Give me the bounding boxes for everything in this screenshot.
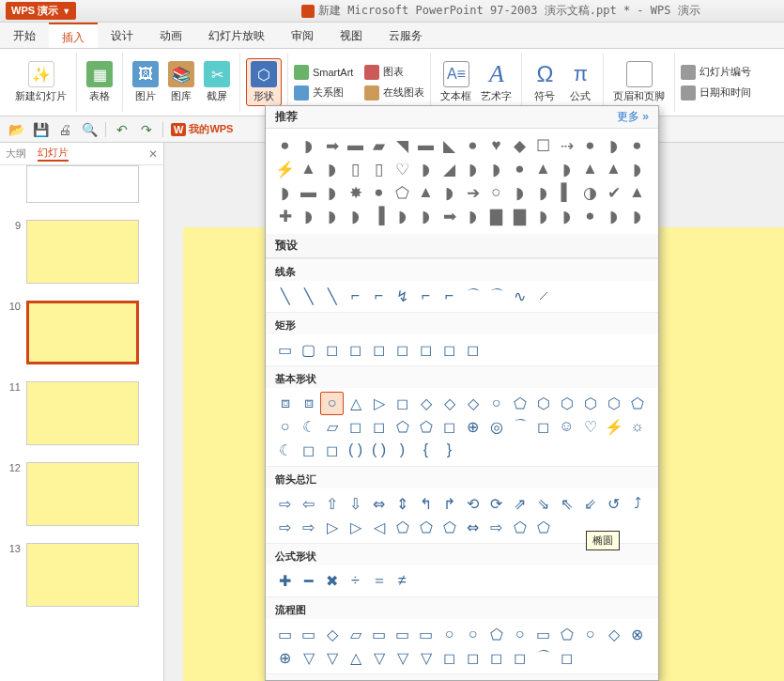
print-icon[interactable]: 🖨 [56,121,73,138]
preset-shape[interactable]: ◻ [320,439,344,462]
preset-shape[interactable]: ☾ [297,415,320,439]
slide-thumb[interactable] [26,165,139,203]
preset-shape[interactable]: { [414,439,438,462]
preset-shape[interactable]: ✖ [320,569,344,593]
equation-button[interactable]: π公式 [563,59,597,105]
recommend-shape[interactable]: ✔ [602,181,625,205]
preset-shape[interactable]: ▭ [531,623,555,646]
preset-shape[interactable]: ◻ [461,338,484,362]
recommend-shape[interactable]: ◗ [531,205,555,228]
new-slide-button[interactable]: ✨ 新建幻灯片 [11,59,70,105]
preset-shape[interactable]: ▭ [273,338,297,362]
preset-shape[interactable]: ⌒ [484,285,508,308]
preset-shape[interactable]: ⇙ [578,492,602,516]
relation-button[interactable]: 关系图 [294,85,353,101]
preset-shape[interactable]: ⌐ [414,285,438,308]
preset-shape[interactable]: ( ) [367,439,391,462]
preset-shape[interactable]: ◻ [555,646,578,670]
tab-animation[interactable]: 动画 [146,23,195,48]
recommend-shape[interactable]: ● [367,181,391,205]
preset-shape[interactable]: ━ [297,569,320,593]
preset-shape[interactable]: ▭ [297,623,320,646]
preset-shape[interactable]: ⬠ [555,623,578,646]
preset-shape[interactable]: ◇ [320,623,344,646]
preset-shape[interactable]: ⇨ [273,516,297,539]
preset-shape[interactable]: ○ [320,392,344,415]
preset-shape[interactable]: ╲ [320,285,344,308]
recommend-shape[interactable]: ◗ [508,181,531,205]
my-wps-button[interactable]: W我的WPS [171,122,233,136]
preset-shape[interactable]: ◎ [484,415,508,439]
chart-button[interactable]: 图表 [364,65,424,80]
preset-shape[interactable]: ⟲ [461,492,484,516]
preset-shape[interactable]: ▷ [367,392,391,415]
preset-shape[interactable]: ⬠ [391,415,414,439]
preset-shape[interactable]: ⇖ [555,492,578,516]
preset-shape[interactable]: } [438,439,461,462]
recommend-shape[interactable]: ◢ [438,158,461,181]
preset-shape[interactable]: ↺ [602,492,625,516]
preset-shape[interactable]: ◻ [391,338,414,362]
preset-shape[interactable]: ◻ [297,439,320,462]
recommend-shape[interactable]: ☐ [531,134,555,158]
slide-thumb[interactable] [26,543,139,607]
preset-shape[interactable]: ↰ [414,492,438,516]
recommend-shape[interactable]: ▬ [344,134,367,158]
recommend-shape[interactable]: ⇢ [555,134,578,158]
preset-shape[interactable]: ⌐ [438,285,461,308]
preset-shape[interactable]: ⇦ [297,492,320,516]
preset-shape[interactable]: ◻ [391,392,414,415]
preset-shape[interactable]: ⟳ [484,492,508,516]
screenshot-button[interactable]: ✂截屏 [200,59,234,105]
preset-shape[interactable]: ◻ [367,338,391,362]
recommend-shape[interactable]: ▲ [625,181,649,205]
undo-icon[interactable]: ↶ [114,121,131,138]
recommend-shape[interactable]: ▲ [578,158,602,181]
date-time-button[interactable]: 日期和时间 [681,85,751,101]
preset-shape[interactable]: ⧈ [273,392,297,415]
tab-design[interactable]: 设计 [98,23,146,48]
preset-shape[interactable]: ○ [273,415,297,439]
recommend-shape[interactable]: ◗ [320,181,344,205]
preset-shape[interactable]: ⧈ [297,392,320,415]
preset-shape[interactable]: ✚ [273,569,297,593]
recommend-shape[interactable]: ◗ [320,158,344,181]
preset-shape[interactable]: ⇨ [273,492,297,516]
slide-thumb-selected[interactable] [26,301,139,364]
thumbnail-list[interactable]: 9 10 11 12 13 [0,165,163,681]
recommend-shape[interactable]: ◗ [391,205,414,228]
recommend-shape[interactable]: ▲ [602,158,625,181]
slide-thumb[interactable] [26,381,139,445]
sidebar-tab-outline[interactable]: 大纲 [6,147,26,161]
preset-shape[interactable]: ◇ [438,392,461,415]
textbox-button[interactable]: A≡文本框 [437,59,475,105]
recommend-shape[interactable]: ▲ [414,181,438,205]
preset-shape[interactable]: ⌒ [461,285,484,308]
recommend-shape[interactable]: ● [273,134,297,158]
preset-shape[interactable]: ⬠ [625,392,649,415]
preset-shape[interactable]: ⤴ [625,492,649,516]
recommend-shape[interactable]: ➡ [320,134,344,158]
preset-shape[interactable]: ⌒ [508,415,531,439]
preset-shape[interactable]: ⊗ [625,623,649,646]
shapes-more-link[interactable]: 更多 » [617,109,649,125]
preset-shape[interactable]: ⇗ [508,492,531,516]
recommend-shape[interactable]: ◗ [320,205,344,228]
preset-shape[interactable]: ⇩ [344,492,367,516]
slide-thumb-row[interactable] [6,171,158,203]
recommend-shape[interactable]: ▬ [297,181,320,205]
recommend-shape[interactable]: ◗ [555,205,578,228]
smartart-button[interactable]: SmartArt [294,65,353,80]
preset-shape[interactable]: ≠ [391,569,414,593]
preset-shape[interactable]: ⬠ [531,516,555,539]
preset-shape[interactable]: ▽ [367,646,391,670]
preset-shape[interactable]: ⇕ [391,492,414,516]
recommend-shape[interactable]: ◗ [555,158,578,181]
recommend-shape[interactable]: ◗ [273,181,297,205]
recommend-shape[interactable]: ◗ [531,181,555,205]
preset-shape[interactable]: ▷ [344,516,367,539]
preset-shape[interactable]: ☺ [555,415,578,439]
recommend-shape[interactable]: ◗ [625,158,649,181]
slide-thumb-row[interactable]: 11 [6,381,158,445]
recommend-shape[interactable]: ▇ [508,205,531,228]
